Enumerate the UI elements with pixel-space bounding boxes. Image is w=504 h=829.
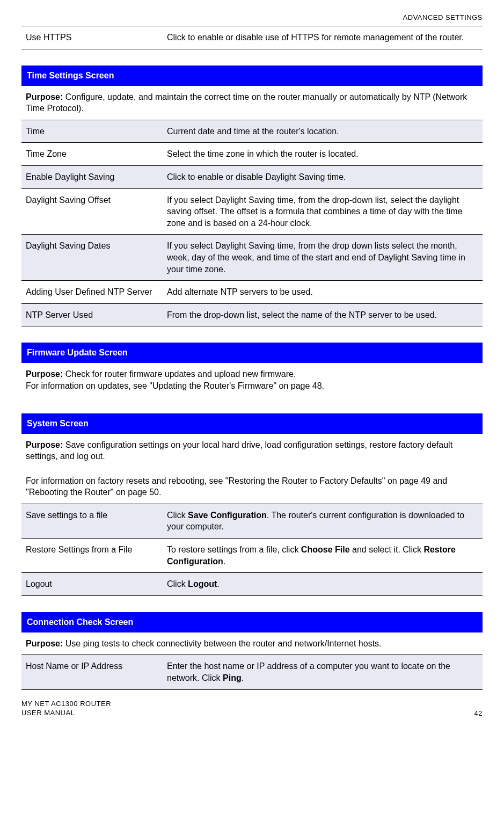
table-row: Save settings to a fileClick Save Config…	[21, 504, 483, 539]
time-settings-table: TimeCurrent date and time at the router'…	[21, 120, 483, 327]
row-label: Daylight Saving Offset	[21, 188, 163, 235]
row-desc: Click Logout.	[163, 573, 483, 596]
connection-purpose: Purpose: Use ping tests to check connect…	[21, 632, 483, 656]
row-desc: If you select Daylight Saving time, from…	[163, 235, 483, 281]
section-title-firmware: Firmware Update Screen	[21, 343, 483, 363]
row-label: Restore Settings from a File	[21, 539, 163, 573]
footer-line1: MY NET AC1300 ROUTER	[21, 700, 111, 708]
desc-bold: Logout	[188, 579, 217, 588]
page-number: 42	[474, 709, 483, 717]
section-title-system: System Screen	[21, 413, 483, 434]
row-desc: Select the time zone in which the router…	[163, 143, 483, 166]
table-row: Daylight Saving OffsetIf you select Dayl…	[21, 188, 483, 235]
table-row: Use HTTPS Click to enable or disable use…	[21, 26, 483, 49]
footer-line2: USER MANUAL	[21, 709, 75, 717]
row-label: Adding User Defined NTP Server	[21, 281, 163, 304]
firmware-extra-line: For information on updates, see "Updatin…	[26, 381, 324, 390]
row-desc: Click to enable or disable use of HTTPS …	[163, 26, 483, 49]
desc-bold: Save Configuration	[188, 511, 267, 520]
table-row: Host Name or IP Address Enter the host n…	[21, 655, 483, 689]
desc-post: .	[242, 673, 244, 682]
table-row: Time ZoneSelect the time zone in which t…	[21, 143, 483, 166]
purpose-label: Purpose:	[26, 369, 63, 379]
table-row: Adding User Defined NTP ServerAdd altern…	[21, 281, 483, 304]
table-row: Enable Daylight SavingClick to enable or…	[21, 165, 483, 188]
row-desc: From the drop-down list, select the name…	[163, 303, 483, 326]
purpose-text: Use ping tests to check connectivity bet…	[63, 639, 381, 648]
row-desc: Add alternate NTP servers to be used.	[163, 281, 483, 304]
system-purpose: Purpose: Save configuration settings on …	[21, 434, 483, 468]
row-desc: To restore settings from a file, click C…	[163, 539, 483, 573]
row-label: Time	[21, 120, 163, 143]
system-table: Save settings to a fileClick Save Config…	[21, 504, 483, 596]
row-label: Host Name or IP Address	[21, 655, 163, 689]
purpose-label: Purpose:	[26, 639, 63, 648]
page-section-header: ADVANCED SETTINGS	[21, 11, 483, 26]
desc-pre: Enter the host name or IP address of a c…	[167, 661, 450, 682]
connection-table: Host Name or IP Address Enter the host n…	[21, 655, 483, 689]
desc-bold: Ping	[223, 673, 242, 682]
row-desc: Current date and time at the router's lo…	[163, 120, 483, 143]
https-table: Use HTTPS Click to enable or disable use…	[21, 26, 483, 49]
table-row: NTP Server UsedFrom the drop-down list, …	[21, 303, 483, 326]
table-row: LogoutClick Logout.	[21, 573, 483, 596]
time-purpose: Purpose: Configure, update, and maintain…	[21, 86, 483, 120]
row-desc: Click to enable or disable Daylight Savi…	[163, 165, 483, 188]
row-desc: Enter the host name or IP address of a c…	[163, 655, 483, 689]
row-label: Time Zone	[21, 143, 163, 166]
firmware-purpose: Purpose: Check for router firmware updat…	[21, 363, 483, 397]
row-label: Enable Daylight Saving	[21, 165, 163, 188]
footer-left: MY NET AC1300 ROUTER USER MANUAL	[21, 700, 111, 718]
section-title-time: Time Settings Screen	[21, 66, 483, 86]
section-title-connection: Connection Check Screen	[21, 612, 483, 632]
row-label: Save settings to a file	[21, 504, 163, 539]
desc-bold: Choose File	[301, 545, 350, 554]
table-row: Daylight Saving DatesIf you select Dayli…	[21, 235, 483, 281]
page-footer: MY NET AC1300 ROUTER USER MANUAL 42	[21, 700, 483, 718]
system-sub-para: For information on factory resets and re…	[21, 468, 483, 504]
row-desc: Click Save Configuration. The router's c…	[163, 504, 483, 539]
purpose-text: Save configuration settings on your loca…	[26, 440, 452, 461]
purpose-text: Configure, update, and maintain the corr…	[26, 92, 467, 113]
row-label: Daylight Saving Dates	[21, 235, 163, 281]
row-label: Use HTTPS	[21, 26, 163, 49]
purpose-label: Purpose:	[26, 92, 63, 101]
table-row: Restore Settings from a FileTo restore s…	[21, 539, 483, 573]
row-label: NTP Server Used	[21, 303, 163, 326]
row-desc: If you select Daylight Saving time, from…	[163, 188, 483, 235]
table-row: TimeCurrent date and time at the router'…	[21, 120, 483, 143]
row-label: Logout	[21, 573, 163, 596]
purpose-text: Check for router firmware updates and up…	[63, 369, 296, 379]
purpose-label: Purpose:	[26, 440, 63, 449]
